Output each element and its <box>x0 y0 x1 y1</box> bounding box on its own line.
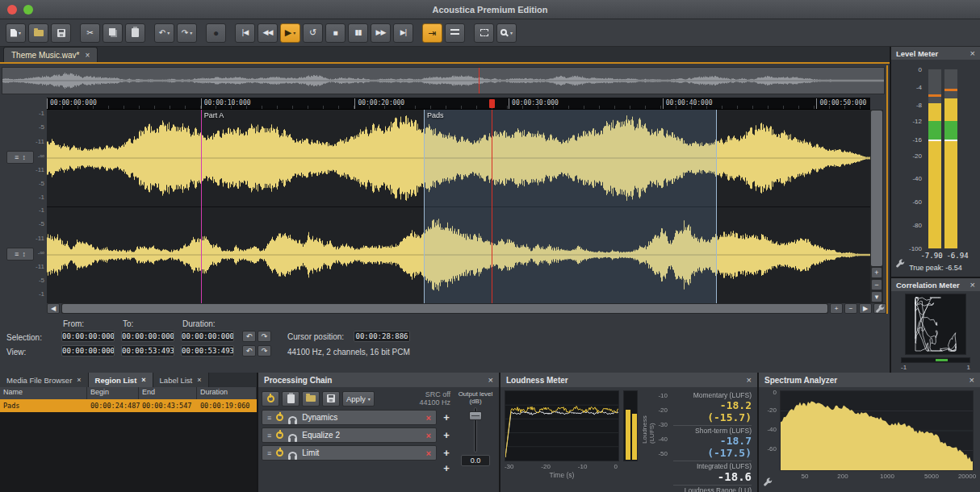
output-level-value[interactable]: 0.0 <box>461 455 490 466</box>
stop-button[interactable]: ■ <box>325 23 346 43</box>
close-icon[interactable]: × <box>747 375 752 385</box>
hscroll-thumb[interactable] <box>62 304 827 313</box>
close-icon[interactable]: × <box>970 280 975 290</box>
chain-copy-button[interactable] <box>282 391 299 407</box>
tab-region-list[interactable]: Region List× <box>89 373 153 387</box>
drag-handle-icon[interactable]: ≡ <box>267 432 271 440</box>
tab-close-icon[interactable]: × <box>85 51 90 60</box>
region-row-pads[interactable]: Pads 00:00:24:487 00:00:43:547 00:00:19:… <box>0 399 257 412</box>
add-effect-button[interactable]: + <box>441 412 452 423</box>
forward-button[interactable]: ▶▶ <box>371 23 391 43</box>
zoom-tool-button[interactable]: ▾ <box>496 23 517 43</box>
power-icon[interactable] <box>276 432 283 439</box>
level-meter-settings-button[interactable] <box>895 259 905 270</box>
cursor-position-field[interactable] <box>354 331 410 342</box>
playhead-marker[interactable] <box>489 99 495 108</box>
tab-label-list[interactable]: Label List× <box>153 373 209 387</box>
chain-item-equalize[interactable]: ≡ Equalize 2 × <box>262 427 437 443</box>
headphones-icon[interactable] <box>288 452 297 457</box>
slider-thumb[interactable] <box>469 411 482 420</box>
cut-button[interactable]: ✂ <box>80 23 100 43</box>
pause-button[interactable]: ▮▮ <box>348 23 368 43</box>
undo-button[interactable]: ↶▾ <box>154 23 174 43</box>
output-level-slider[interactable] <box>469 407 482 452</box>
drag-handle-icon[interactable]: ≡ <box>267 414 271 422</box>
selection-duration-field[interactable] <box>181 331 234 342</box>
save-file-button[interactable] <box>51 23 71 43</box>
mixer-button[interactable] <box>445 23 465 43</box>
channel1-controls[interactable]: ≡↕ <box>6 151 34 164</box>
column-end[interactable]: End <box>139 387 197 399</box>
remove-effect-icon[interactable]: × <box>426 431 431 440</box>
selection-to-field[interactable] <box>121 331 174 342</box>
view-redo-button[interactable]: ↷ <box>258 345 271 356</box>
zoom-in-horizontal-button[interactable]: + <box>830 303 843 314</box>
remove-effect-icon[interactable]: × <box>426 448 431 458</box>
column-duration[interactable]: Duration <box>197 387 257 399</box>
add-effect-button[interactable]: + <box>441 448 452 458</box>
close-icon[interactable]: × <box>970 375 974 385</box>
view-duration-field[interactable] <box>181 345 234 356</box>
rewind-button[interactable]: ◀◀ <box>258 23 278 43</box>
hscroll-track[interactable] <box>61 303 828 314</box>
zoom-out-horizontal-button[interactable]: − <box>844 303 857 314</box>
close-window-button[interactable] <box>7 5 17 15</box>
headphones-icon[interactable] <box>288 416 297 422</box>
new-file-button[interactable]: ▾ <box>6 23 26 43</box>
close-icon[interactable]: × <box>197 376 201 384</box>
add-effect-button[interactable]: + <box>441 430 452 440</box>
view-from-field[interactable] <box>61 345 115 356</box>
paste-button[interactable] <box>125 23 145 43</box>
chain-open-button[interactable] <box>302 391 320 407</box>
scroll-right-button[interactable]: ▶ <box>859 303 872 314</box>
editor-settings-button[interactable] <box>873 303 886 314</box>
waveform-display[interactable]: Part A Pads <box>47 110 870 303</box>
close-icon[interactable]: × <box>970 48 975 58</box>
view-to-field[interactable] <box>121 345 174 356</box>
overview-waveform[interactable] <box>2 67 885 94</box>
drag-handle-icon[interactable]: ≡ <box>267 449 271 457</box>
zoom-menu-button[interactable]: ▾ <box>871 291 882 302</box>
column-begin[interactable]: Begin <box>87 387 139 399</box>
chain-item-limit[interactable]: ≡ Limit × <box>262 445 437 461</box>
remove-effect-icon[interactable]: × <box>426 413 431 423</box>
headphones-icon[interactable] <box>288 434 297 440</box>
copy-button[interactable] <box>103 23 123 43</box>
tab-theme-music[interactable]: Theme Music.wav* × <box>3 47 98 62</box>
add-effect-button[interactable]: + <box>441 463 452 473</box>
timeline-ruler[interactable]: 00:00:00:000 00:00:10:000 00:00:20:000 0… <box>47 98 870 110</box>
channel2-controls[interactable]: ≡↕ <box>6 248 34 261</box>
chain-power-button[interactable] <box>262 391 279 407</box>
close-icon[interactable]: × <box>141 376 145 384</box>
chain-item-dynamics[interactable]: ≡ Dynamics × <box>262 410 437 425</box>
loop-button[interactable]: ↺ <box>303 23 323 43</box>
selection-redo-button[interactable]: ↷ <box>258 331 271 342</box>
marker-line-part-a[interactable] <box>201 110 202 303</box>
scroll-left-button[interactable]: ◀ <box>47 303 60 314</box>
selection-tool-button[interactable] <box>474 23 494 43</box>
zoom-in-vertical-button[interactable]: + <box>871 267 882 278</box>
close-icon[interactable]: × <box>77 376 81 384</box>
open-file-button[interactable] <box>28 23 48 43</box>
maximize-window-button[interactable] <box>23 5 33 15</box>
chain-save-button[interactable] <box>322 391 340 407</box>
apply-button[interactable]: Apply▾ <box>342 391 375 407</box>
power-icon[interactable] <box>276 414 283 421</box>
view-undo-button[interactable]: ↶ <box>242 345 256 356</box>
record-button[interactable]: ● <box>206 23 226 43</box>
goto-end-button[interactable]: ▶| <box>393 23 413 43</box>
selection-region-pads[interactable] <box>424 110 717 303</box>
vscroll-thumb[interactable] <box>871 110 882 266</box>
close-icon[interactable]: × <box>488 375 493 385</box>
column-name[interactable]: Name <box>0 387 87 399</box>
power-icon[interactable] <box>276 449 283 457</box>
follow-playhead-button[interactable]: ⇥ <box>422 23 442 43</box>
selection-undo-button[interactable]: ↶ <box>242 331 256 342</box>
tab-media-file-browser[interactable]: Media File Browser× <box>0 373 89 387</box>
selection-from-field[interactable] <box>61 331 115 342</box>
goto-start-button[interactable]: |◀ <box>235 23 255 43</box>
play-button[interactable]: ▶▾ <box>280 23 300 43</box>
redo-button[interactable]: ↷▾ <box>177 23 197 43</box>
spectrum-settings-button[interactable] <box>763 477 773 489</box>
zoom-out-vertical-button[interactable]: − <box>871 279 882 290</box>
